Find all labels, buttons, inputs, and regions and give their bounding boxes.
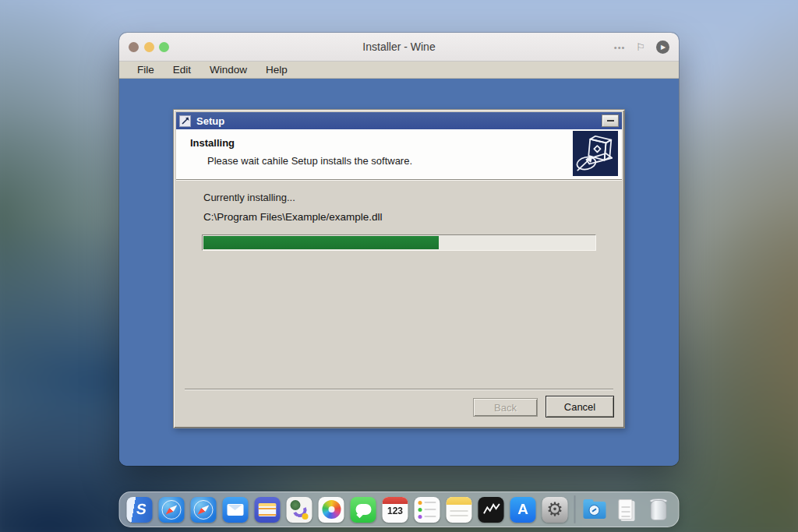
progress-bar-fill bbox=[203, 236, 439, 249]
mail-dock-icon[interactable] bbox=[223, 497, 249, 523]
menu-window[interactable]: Window bbox=[210, 64, 247, 76]
stocks-dock-icon[interactable] bbox=[478, 497, 504, 523]
notes-dock-icon[interactable] bbox=[447, 497, 472, 523]
notes-header bbox=[447, 497, 472, 505]
menubar: File Edit Window Help bbox=[119, 62, 679, 79]
more-options-icon[interactable]: ••• bbox=[614, 43, 626, 52]
setup-subheading: Please wait cahile Setup installs the so… bbox=[207, 155, 412, 167]
setup-header: Installing Please wait cahile Setup inst… bbox=[176, 129, 622, 180]
reminder-line bbox=[425, 516, 436, 517]
notes-line bbox=[450, 510, 468, 512]
button-divider bbox=[185, 389, 613, 390]
setup-minimize-button[interactable] bbox=[602, 115, 619, 127]
reminders-dock-icon[interactable] bbox=[415, 497, 440, 523]
play-button-icon[interactable]: ▶ bbox=[656, 41, 669, 54]
envelope-icon bbox=[228, 504, 244, 516]
reminder-dot bbox=[418, 508, 422, 512]
menu-help[interactable]: Help bbox=[266, 64, 288, 76]
shortcuts-glyph: S bbox=[136, 501, 148, 518]
calendar-date-text: 123 bbox=[383, 506, 408, 516]
setup-dialog: Setup Installing Please wait cahile Setu… bbox=[173, 109, 625, 428]
settings-dock-icon[interactable]: ⚙ bbox=[542, 497, 568, 523]
setup-dialog-titlebar[interactable]: Setup bbox=[176, 112, 622, 129]
bulb-icon bbox=[302, 513, 309, 520]
status-line: Currently installing... bbox=[203, 192, 295, 203]
app-store-glyph: A bbox=[517, 501, 528, 518]
pinwheel-icon bbox=[322, 500, 341, 519]
photos-dock-icon[interactable] bbox=[319, 497, 344, 523]
messages-dock-icon[interactable] bbox=[351, 497, 376, 523]
window-app-dock-icon[interactable] bbox=[255, 497, 281, 523]
progress-bar bbox=[202, 234, 596, 251]
trash-can-icon bbox=[651, 500, 667, 520]
window-titlebar[interactable]: Installer - Wine ••• ⚐ ▶ bbox=[119, 33, 679, 62]
trash-dock-icon[interactable] bbox=[646, 497, 672, 523]
stock-chart-icon bbox=[481, 499, 501, 520]
app-store-dock-icon[interactable]: A bbox=[510, 497, 536, 523]
document-page-icon bbox=[619, 499, 633, 520]
reminder-line bbox=[425, 509, 436, 510]
reminder-line bbox=[425, 502, 436, 503]
reminder-dot bbox=[418, 501, 422, 505]
wine-folder-dock-icon[interactable] bbox=[582, 497, 608, 523]
menu-edit[interactable]: Edit bbox=[173, 64, 191, 76]
dock: S 123 A ⚙ bbox=[119, 491, 680, 527]
tree-app-dock-icon[interactable] bbox=[287, 497, 312, 523]
minimize-icon bbox=[607, 120, 614, 122]
window-pane-icon bbox=[259, 503, 277, 516]
cancel-button[interactable]: Cancel bbox=[546, 396, 614, 417]
calendar-header bbox=[383, 497, 408, 504]
dock-separator bbox=[574, 495, 576, 523]
setup-dialog-title: Setup bbox=[196, 115, 224, 127]
safari-dock-icon-2[interactable] bbox=[191, 497, 217, 523]
calendar-dock-icon[interactable]: 123 bbox=[383, 497, 408, 523]
folder-emblem-icon bbox=[589, 505, 600, 516]
gear-icon: ⚙ bbox=[546, 500, 563, 519]
safari-dock-icon[interactable] bbox=[159, 497, 185, 523]
shortcuts-dock-icon[interactable]: S bbox=[127, 497, 153, 523]
notes-line bbox=[450, 515, 468, 516]
desktop: Installer - Wine ••• ⚐ ▶ File Edit Windo… bbox=[0, 0, 798, 532]
back-button[interactable]: Back bbox=[473, 398, 538, 417]
speech-bubble-icon bbox=[355, 504, 371, 515]
setup-window-icon bbox=[179, 115, 191, 127]
installer-box-icon bbox=[573, 131, 618, 176]
window-title: Installer - Wine bbox=[119, 33, 679, 62]
menu-file[interactable]: File bbox=[137, 64, 154, 76]
documents-dock-icon[interactable] bbox=[614, 497, 640, 523]
flag-icon[interactable]: ⚐ bbox=[636, 41, 645, 53]
installing-file-path: C:\Program Files\Example/example.dll bbox=[203, 211, 383, 223]
setup-heading: Installing bbox=[190, 137, 235, 149]
reminder-dot bbox=[418, 515, 422, 519]
